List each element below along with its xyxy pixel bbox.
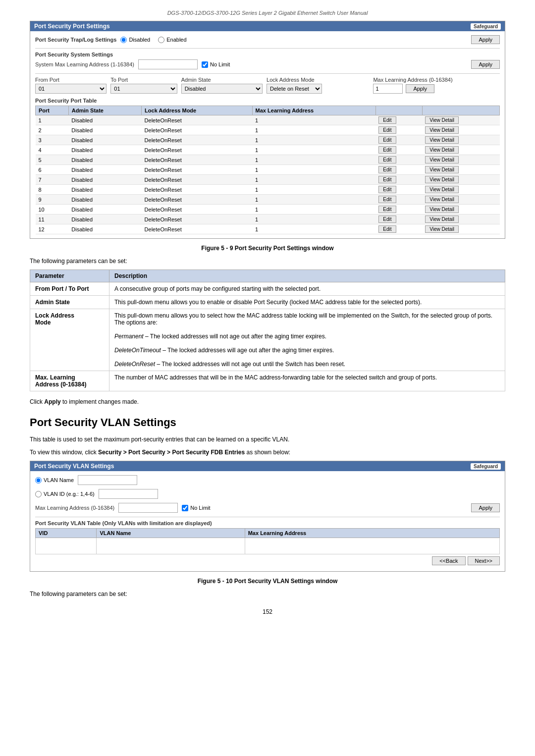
edit-button[interactable]: Edit [378, 166, 396, 173]
trap-log-radio-group: Disabled Enabled [120, 37, 186, 43]
row-edit-cell: Edit [375, 135, 422, 145]
row-max: 1 [252, 165, 375, 175]
edit-button[interactable]: Edit [378, 156, 396, 163]
table-row: 8 Disabled DeleteOnReset 1 Edit View Det… [36, 185, 500, 195]
view-detail-button[interactable]: View Detail [425, 116, 459, 124]
row-admin: Disabled [68, 145, 141, 155]
view-detail-button[interactable]: View Detail [425, 156, 459, 163]
vlan-name-radio[interactable] [35, 477, 42, 484]
vlan-col-vid: VID [36, 529, 97, 538]
system-settings-label: Port Security System Settings [35, 52, 500, 57]
edit-button[interactable]: Edit [378, 146, 396, 154]
page-header: DGS-3700-12/DGS-3700-12G Series Layer 2 … [30, 10, 505, 16]
view-detail-button[interactable]: View Detail [425, 146, 459, 154]
admin-state-select[interactable]: DisabledEnabled [181, 84, 263, 94]
table-row: 3 Disabled DeleteOnReset 1 Edit View Det… [36, 135, 500, 145]
max-learning-input[interactable] [373, 84, 403, 94]
view-detail-button[interactable]: View Detail [425, 225, 459, 233]
vlan-table-label: Port Security VLAN Table (Only VLANs wit… [35, 520, 500, 526]
row-edit-cell: Edit [375, 155, 422, 165]
view-detail-button[interactable]: View Detail [425, 126, 459, 134]
vlan-name-input[interactable] [78, 475, 137, 485]
param-lock-timeout: DeleteOnTimeout [114, 347, 161, 354]
port-security-table: Port Admin State Lock Address Mode Max L… [35, 106, 500, 234]
edit-button[interactable]: Edit [378, 116, 396, 124]
edit-button[interactable]: Edit [378, 196, 396, 203]
system-no-limit-checkbox[interactable] [202, 61, 208, 68]
lock-mode-select[interactable]: PermanentDeleteOnTimeoutDelete on Reset [267, 84, 322, 94]
param-admin-desc: This pull-down menu allows you to enable… [109, 296, 505, 309]
system-no-limit-checkbox-item[interactable]: No Limit [202, 61, 230, 68]
back-button[interactable]: <<Back [432, 556, 465, 565]
row-port: 7 [36, 175, 69, 185]
system-max-input[interactable] [138, 59, 198, 69]
edit-button[interactable]: Edit [378, 136, 396, 144]
from-port-col-label: From Port [35, 77, 107, 83]
view-detail-button[interactable]: View Detail [425, 166, 459, 173]
col-view [422, 106, 499, 115]
vlan-no-limit-checkbox-item[interactable]: No Limit [182, 505, 210, 511]
row-max: 1 [252, 224, 375, 234]
system-apply-button[interactable]: Apply [471, 60, 500, 69]
row-max: 1 [252, 145, 375, 155]
disabled-radio-item[interactable]: Disabled [120, 37, 150, 43]
vlan-intro1: This table is used to set the maximum po… [30, 435, 505, 444]
vlan-section-heading: Port Security VLAN Settings [30, 416, 505, 429]
col-lock: Lock Address Mode [142, 106, 253, 115]
table-row: 7 Disabled DeleteOnReset 1 Edit View Det… [36, 175, 500, 185]
disabled-radio[interactable] [120, 37, 127, 43]
edit-button[interactable]: Edit [378, 126, 396, 134]
edit-button[interactable]: Edit [378, 206, 396, 213]
row-port: 6 [36, 165, 69, 175]
row-admin: Disabled [68, 185, 141, 195]
edit-button[interactable]: Edit [378, 176, 396, 183]
vlan-empty-name [97, 538, 245, 554]
view-detail-button[interactable]: View Detail [425, 186, 459, 193]
edit-button[interactable]: Edit [378, 225, 396, 233]
row-view-cell: View Detail [422, 185, 499, 195]
row-edit-cell: Edit [375, 115, 422, 125]
table-row: 6 Disabled DeleteOnReset 1 Edit View Det… [36, 165, 500, 175]
vlan-id-label: VLAN ID (e.g.: 1,4-6) [44, 491, 95, 497]
trap-log-apply-button[interactable]: Apply [471, 35, 500, 44]
trap-log-label: Port Security Trap/Log Settings [35, 37, 116, 43]
from-port-select[interactable]: 01020304 05060708 09101112 [35, 84, 107, 94]
vlan-id-radio[interactable] [35, 491, 42, 497]
vlan-apply-button[interactable]: Apply [471, 503, 500, 512]
view-detail-button[interactable]: View Detail [425, 196, 459, 203]
port-security-table-label: Port Security Port Table [35, 98, 500, 104]
row-max: 1 [252, 195, 375, 205]
row-lock: DeleteOnReset [142, 165, 253, 175]
port-panel-title: Port Security Port Settings [34, 23, 110, 30]
disabled-label: Disabled [129, 37, 150, 43]
enabled-radio-item[interactable]: Enabled [158, 37, 186, 43]
col-max: Max Learning Address [252, 106, 375, 115]
vlan-id-radio-item[interactable]: VLAN ID (e.g.: 1,4-6) [35, 491, 95, 497]
port-config-apply-button[interactable]: Apply [406, 84, 434, 93]
row-port: 3 [36, 135, 69, 145]
vlan-name-radio-item[interactable]: VLAN Name [35, 477, 74, 484]
next-button[interactable]: Next>> [468, 556, 500, 565]
view-detail-button[interactable]: View Detail [425, 206, 459, 213]
row-edit-cell: Edit [375, 145, 422, 155]
enabled-radio[interactable] [158, 37, 164, 43]
port-panel-body: Port Security Trap/Log Settings Disabled… [30, 31, 505, 238]
row-admin: Disabled [68, 165, 141, 175]
to-port-select[interactable]: 01020304 05060708 09101112 [110, 84, 177, 94]
vlan-max-input[interactable] [118, 503, 178, 513]
view-detail-button[interactable]: View Detail [425, 216, 459, 223]
view-detail-button[interactable]: View Detail [425, 136, 459, 144]
following-params-text2: The following parameters can be set: [30, 590, 505, 598]
row-edit-cell: Edit [375, 185, 422, 195]
row-max: 1 [252, 215, 375, 224]
system-max-label: System Max Learning Address (1-16384) [35, 61, 134, 67]
view-detail-button[interactable]: View Detail [425, 176, 459, 183]
param-max-label: Max. LearningAddress (0-16384) [30, 371, 109, 391]
edit-button[interactable]: Edit [378, 186, 396, 193]
vlan-no-limit-checkbox[interactable] [182, 505, 188, 511]
vlan-intro2: To view this window, click Security > Po… [30, 448, 505, 457]
edit-button[interactable]: Edit [378, 216, 396, 223]
vlan-id-input[interactable] [99, 489, 158, 499]
vlan-panel-title: Port Security VLAN Settings [34, 463, 114, 470]
row-lock: DeleteOnReset [142, 205, 253, 215]
